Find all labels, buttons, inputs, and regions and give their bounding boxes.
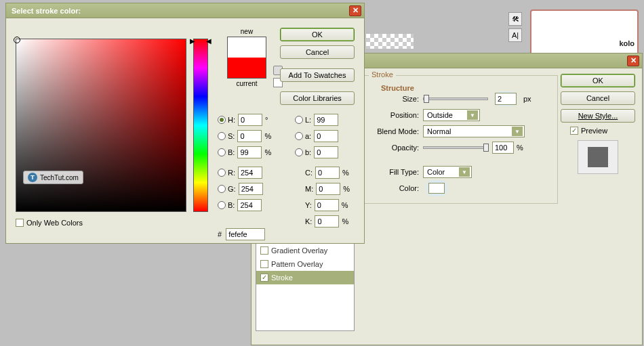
r-radio[interactable] (218, 169, 226, 177)
hex-input[interactable] (226, 228, 265, 240)
a-label: a: (305, 132, 311, 140)
h-radio[interactable] (218, 116, 226, 124)
position-label: Position: (369, 111, 423, 119)
color-field[interactable]: T TechTut.com (16, 39, 186, 212)
color-cursor (14, 37, 20, 43)
hex-row: # (218, 228, 265, 240)
ok-button[interactable]: OK (280, 28, 355, 41)
list-item-pattern[interactable]: Pattern Overlay (256, 257, 354, 271)
list-label: Stroke (271, 274, 293, 282)
chevron-down-icon: ▼ (459, 167, 470, 177)
color-picker-titlebar[interactable]: Select stroke color: ✕ (6, 3, 364, 18)
K-input[interactable] (315, 215, 339, 228)
r-input[interactable] (238, 167, 262, 179)
opacity-input[interactable] (492, 142, 514, 154)
color-picker-dialog: Select stroke color: ✕ T TechTut.com ▶ ◀… (5, 3, 365, 244)
preview-swatch (578, 140, 618, 174)
ok-button[interactable]: OK (561, 74, 635, 87)
color-picker-title: Select stroke color: (12, 7, 81, 15)
opacity-unit: % (517, 144, 523, 152)
fill-label: Fill Type: (369, 168, 423, 176)
text-icon[interactable]: A| (508, 28, 522, 42)
size-input[interactable] (495, 93, 517, 105)
h-input[interactable] (238, 114, 262, 126)
wrench-icon[interactable]: 🛠 (508, 12, 522, 26)
preview-row[interactable]: Preview (570, 127, 635, 135)
add-swatches-button[interactable]: Add To Swatches (280, 68, 355, 82)
stroke-legend: Stroke (369, 70, 396, 79)
b2-radio[interactable] (218, 201, 226, 209)
position-dropdown[interactable]: Outside▼ (423, 109, 480, 121)
blend-dropdown[interactable]: Normal▼ (423, 125, 525, 137)
blend-value: Normal (427, 127, 451, 135)
list-label: Gradient Overlay (271, 246, 327, 255)
C-input[interactable] (315, 167, 340, 179)
hue-slider[interactable]: ▶ ◀ (193, 39, 208, 212)
lab-block: L: a: b: C: % M: % Y: % K: % (295, 112, 350, 230)
checkbox[interactable] (260, 260, 268, 268)
color-label: Color: (369, 184, 423, 192)
g-label: G: (228, 185, 236, 193)
hsb-block: H: ° S: % B: % R: G: B: (218, 112, 271, 213)
cp-buttons: OK Cancel Add To Swatches Color Librarie… (280, 28, 357, 109)
b-radio[interactable] (218, 148, 226, 156)
L-input[interactable] (314, 114, 338, 126)
size-slider[interactable] (423, 98, 488, 100)
list-item-stroke[interactable]: Stroke (256, 271, 354, 284)
position-value: Outside (427, 111, 453, 119)
cancel-button[interactable]: Cancel (561, 91, 635, 105)
color-libraries-button[interactable]: Color Libraries (280, 91, 355, 105)
preview-checkbox[interactable] (570, 127, 578, 135)
stroke-panel: Stroke Structure Size: px Position: Outs… (360, 72, 561, 330)
Y-label: Y: (305, 201, 312, 209)
C-label: C: (305, 169, 313, 177)
lb-input[interactable] (314, 146, 338, 158)
opacity-label: Opacity: (369, 144, 423, 152)
h-label: H: (228, 116, 235, 124)
preview-label: Preview (581, 127, 607, 135)
new-label: new (227, 28, 266, 35)
checkbox[interactable] (260, 274, 268, 282)
size-unit: px (523, 95, 531, 103)
g-input[interactable] (239, 183, 263, 195)
close-icon[interactable]: ✕ (349, 5, 361, 16)
b2-input[interactable] (237, 199, 262, 211)
color-swatch[interactable] (428, 183, 445, 194)
Y-input[interactable] (315, 199, 339, 211)
structure-legend: Structure (378, 84, 561, 92)
K-label: K: (305, 217, 312, 225)
M-label: M: (305, 185, 313, 193)
swatch-box[interactable] (227, 37, 266, 79)
hex-prefix: # (218, 230, 222, 238)
opacity-slider[interactable] (423, 146, 488, 149)
s-input[interactable] (237, 130, 262, 142)
cancel-button[interactable]: Cancel (280, 45, 355, 59)
s-radio[interactable] (218, 132, 226, 140)
only-web-row[interactable]: Only Web Colors (16, 219, 83, 227)
L-radio[interactable] (295, 116, 303, 124)
swatch-area: new current (227, 28, 266, 87)
g-radio[interactable] (218, 185, 226, 193)
chevron-down-icon: ▼ (512, 127, 523, 136)
a-radio[interactable] (295, 132, 303, 140)
canvas-checker (366, 34, 414, 49)
close-icon[interactable]: ✕ (627, 56, 639, 66)
only-web-label: Only Web Colors (26, 219, 83, 227)
lb-radio[interactable] (295, 148, 303, 156)
L-label: L: (305, 116, 311, 124)
M-input[interactable] (316, 183, 340, 195)
blend-label: Blend Mode: (369, 127, 423, 135)
list-item-gradient[interactable]: Gradient Overlay (256, 244, 354, 257)
a-input[interactable] (314, 130, 338, 142)
b-input[interactable] (237, 146, 262, 158)
right-preview-text: kolo (619, 40, 635, 47)
b-label: B: (228, 148, 235, 156)
lb-label: b: (305, 148, 311, 156)
ls-buttons: OK Cancel New Style... Preview (561, 74, 635, 174)
watermark: T TechTut.com (23, 171, 83, 184)
r-label: R: (228, 169, 235, 177)
checkbox[interactable] (260, 246, 268, 255)
only-web-checkbox[interactable] (16, 219, 24, 227)
fill-dropdown[interactable]: Color▼ (423, 166, 472, 178)
newstyle-button[interactable]: New Style... (561, 109, 635, 123)
